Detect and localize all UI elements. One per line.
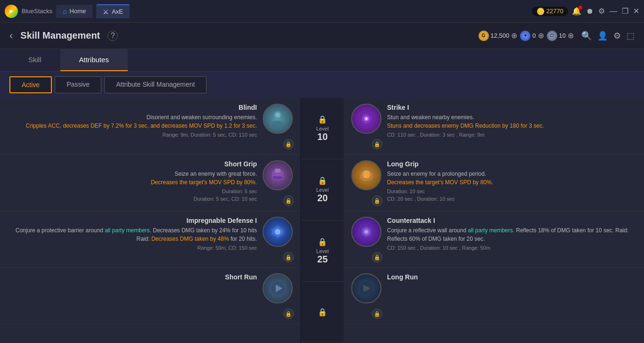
crystal-value: 0: [532, 32, 536, 39]
settings-icon[interactable]: ⚙: [598, 7, 605, 16]
restore-icon[interactable]: ❐: [622, 7, 628, 16]
sub-tab-attribute-skill[interactable]: Attribute Skill Management: [104, 76, 206, 93]
skill-card-long-run: 🔒 Long Run: [344, 268, 644, 324]
record-icon[interactable]: ⏺: [586, 7, 594, 16]
skill-lock-blind: 🔒: [283, 139, 294, 149]
skill-icon-short-grip: [263, 160, 293, 190]
center-levels: 🔒 Level 10 🔒 Level 20 🔒 Level 25 🔒: [301, 98, 344, 343]
currency-crystal: ✦ 0 ⊕: [520, 31, 544, 41]
tab-axe-label: AxE: [112, 8, 123, 15]
level-item-10: 🔒 Level 10: [301, 98, 344, 159]
sub-tab-active[interactable]: Active: [9, 76, 52, 93]
svg-rect-4: [275, 169, 281, 172]
skill-name-long-run: Long Run: [387, 273, 636, 281]
skill-card-strike: 🔒 Strike I Stun and weaken nearby enemie…: [344, 98, 644, 155]
shield-currency-icon: ⬡: [547, 31, 557, 41]
skill-icon-strike-wrap: 🔒: [351, 104, 381, 148]
skill-icon-impregnable: [263, 217, 293, 247]
skill-icon-short-grip-wrap: 🔒: [263, 160, 293, 205]
skill-name-counterattack: Counterattack I: [387, 217, 636, 224]
tab-axe[interactable]: ⚔ AxE: [96, 4, 130, 18]
tab-home[interactable]: ⌂ Home: [56, 5, 92, 18]
bluestacks-logo: ▶: [5, 5, 18, 18]
lock-icon-2: 🔒: [318, 176, 327, 185]
skill-meta-long-grip-2: CD: 20 sec , Duration: 10 sec: [387, 196, 636, 202]
skill-card-long-grip: 🔒 Long Grip Seize an enemy for a prolong…: [344, 155, 644, 211]
svg-point-1: [272, 121, 283, 128]
back-button[interactable]: ‹: [9, 30, 13, 42]
level-label-3: Level: [316, 248, 329, 254]
help-button[interactable]: ?: [107, 31, 118, 41]
skill-lock-long-grip: 🔒: [372, 196, 382, 206]
bell-icon[interactable]: 🔔: [572, 7, 581, 16]
skill-lock-short-run: 🔒: [283, 309, 294, 319]
level-label-1: Level: [316, 126, 329, 131]
close-icon[interactable]: ✕: [633, 7, 639, 16]
exit-icon[interactable]: ⬚: [627, 31, 635, 41]
skill-meta-short-grip-1: Duration: 5 sec: [8, 188, 257, 194]
svg-point-21: [365, 230, 368, 233]
skill-icon-counterattack-wrap: 🔒: [351, 217, 381, 261]
skill-info-long-run: Long Run: [387, 273, 636, 318]
skill-info-long-grip: Long Grip Seize an enemy for a prolonged…: [387, 160, 636, 205]
gear-icon[interactable]: ⚙: [613, 31, 621, 41]
add-shield-button[interactable]: ⊕: [568, 31, 574, 40]
home-icon: ⌂: [63, 8, 66, 15]
skill-lock-counterattack: 🔒: [372, 252, 382, 262]
skill-icon-blind: [263, 104, 293, 134]
tab-attributes[interactable]: Attributes: [60, 49, 128, 71]
sub-tab-passive[interactable]: Passive: [55, 76, 101, 93]
skill-meta-short-grip-2: Duration: 5 sec, CD: 10 sec: [8, 196, 257, 202]
tab-home-label: Home: [70, 8, 86, 15]
skill-meta-strike: CD: 110 sec , Duration: 3 sec , Range: 9…: [387, 132, 636, 138]
level-item-20: 🔒 Level 20: [301, 159, 344, 220]
search-icon[interactable]: 🔍: [581, 31, 592, 41]
currency-shield: ⬡ 10 ⊕: [547, 31, 574, 41]
tab-skill[interactable]: Skill: [9, 49, 60, 71]
skill-icon-blind-wrap: 🔒: [263, 104, 293, 148]
skill-icon-long-grip-wrap: 🔒: [351, 160, 381, 205]
skill-name-blind: BlindI: [8, 104, 257, 111]
add-crystal-button[interactable]: ⊕: [538, 31, 544, 40]
skill-icon-impregnable-wrap: 🔒: [263, 217, 293, 261]
skill-icon-long-grip: [351, 160, 381, 190]
minimize-icon[interactable]: —: [610, 7, 617, 16]
level-num-3: 25: [317, 254, 328, 265]
level-item-25: 🔒 Level 25: [301, 220, 344, 282]
skill-icon-short-run: [263, 273, 293, 303]
skill-meta-impregnable: Range: 50m, CD: 150 sec: [8, 245, 257, 251]
add-gold-button[interactable]: ⊕: [511, 31, 517, 40]
skill-meta-counterattack: CD: 150 sec , Duration: 10 sec , Range: …: [387, 245, 636, 251]
svg-point-8: [275, 229, 281, 235]
coin-icon: 🪙: [537, 8, 545, 15]
skill-info-counterattack: Counterattack I Conjure a reflective wal…: [387, 217, 636, 261]
skill-lock-strike: 🔒: [372, 139, 382, 149]
axe-icon: ⚔: [103, 8, 109, 16]
header-currency: G 12,500 ⊕ ✦ 0 ⊕ ⬡ 10 ⊕: [479, 31, 574, 41]
lock-icon-4: 🔒: [318, 308, 327, 317]
skill-meta-blind: Range: 9m, Duration: 5 sec, CD: 110 sec: [8, 132, 257, 138]
skill-card-counterattack: 🔒 Counterattack I Conjure a reflective w…: [344, 211, 644, 268]
sub-tabs: Active Passive Attribute Skill Managemen…: [0, 72, 644, 98]
shield-value: 10: [559, 32, 566, 39]
profile-icon[interactable]: 👤: [597, 31, 608, 41]
skill-card-impregnable: 🔒 Impregnable Defense I Conjure a protec…: [0, 211, 300, 268]
skill-info-short-grip: Short Grip Seize an enemy with great for…: [8, 160, 257, 205]
svg-point-2: [275, 113, 280, 117]
skill-icon-counterattack: [351, 217, 381, 247]
skill-lock-impregnable: 🔒: [283, 252, 294, 262]
svg-rect-5: [273, 176, 282, 179]
top-icons: 🔔 ⏺ ⚙ — ❐ ✕: [572, 7, 639, 16]
crystal-icon: ✦: [520, 31, 530, 41]
top-bar: ▶ BlueStacks ⌂ Home ⚔ AxE 🪙 22770 🔔 ⏺ ⚙ …: [0, 0, 644, 23]
coin-area: 🪙 22770: [532, 7, 568, 16]
gold-value: 12,500: [491, 32, 510, 39]
right-panel: 🔒 Strike I Stun and weaken nearby enemie…: [344, 98, 644, 343]
currency-gold: G 12,500 ⊕: [479, 31, 518, 41]
svg-point-14: [365, 118, 367, 120]
skill-info-short-run: Short Run: [8, 273, 257, 318]
skill-name-short-run: Short Run: [8, 273, 257, 281]
skill-desc-counterattack: Conjure a reflective wall around all par…: [387, 226, 636, 243]
skill-lock-long-run: 🔒: [372, 309, 382, 319]
skill-desc-long-grip: Seize an enemy for a prolonged period. D…: [387, 170, 636, 187]
